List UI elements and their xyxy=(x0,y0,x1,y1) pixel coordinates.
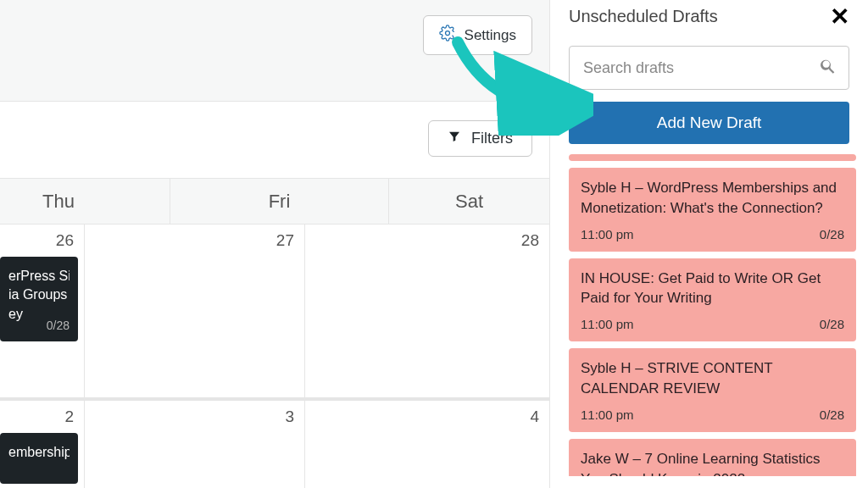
draft-date: 0/28 xyxy=(820,227,844,241)
draft-title: Syble H – WordPress Memberships and Mone… xyxy=(581,178,844,219)
settings-label: Settings xyxy=(465,27,516,44)
draft-date: 0/28 xyxy=(820,317,844,331)
svg-point-0 xyxy=(445,31,449,36)
cell-date: 27 xyxy=(276,231,294,250)
event-date: 0/28 xyxy=(47,318,70,335)
gear-icon xyxy=(439,25,456,46)
draft-footer: 11:00 pm 0/28 xyxy=(581,408,844,422)
draft-title: Jake W – 7 Online Learning Statistics Yo… xyxy=(581,449,844,476)
draft-footer: 11:00 pm 0/28 xyxy=(581,317,844,331)
drafts-list[interactable]: Syble H – WordPress Memberships and Mone… xyxy=(550,154,868,476)
filter-icon xyxy=(448,130,461,147)
event-card[interactable]: erPress Site ia Groups ey 0/28 xyxy=(0,257,78,341)
calendar-cell[interactable]: 27 xyxy=(85,225,305,397)
search-input[interactable] xyxy=(569,46,849,90)
draft-time: 11:00 pm xyxy=(581,317,634,331)
drafts-sidebar: Unscheduled Drafts ✕ Add New Draft Syble… xyxy=(549,0,868,488)
day-header-thu: Thu xyxy=(0,179,170,224)
event-line: ia Groups xyxy=(8,286,70,304)
settings-button[interactable]: Settings xyxy=(423,15,532,55)
calendar-cell[interactable]: 28 xyxy=(305,225,549,397)
filters-button[interactable]: Filters xyxy=(428,120,532,157)
top-toolbar: Settings xyxy=(0,0,549,102)
draft-card[interactable]: Jake W – 7 Online Learning Statistics Yo… xyxy=(569,439,856,476)
draft-time: 11:00 pm xyxy=(581,408,634,422)
event-card[interactable]: embership xyxy=(0,433,78,484)
add-draft-label: Add New Draft xyxy=(657,114,762,131)
event-line: embership xyxy=(8,443,70,462)
calendar-cell[interactable]: 2 embership xyxy=(0,401,85,488)
day-header-sat: Sat xyxy=(388,179,549,224)
calendar-cell[interactable]: 26 erPress Site ia Groups ey 0/28 xyxy=(0,225,85,397)
cell-date: 26 xyxy=(56,231,74,250)
draft-card-peek[interactable] xyxy=(569,154,856,161)
event-line: erPress Site xyxy=(8,267,70,286)
filters-label: Filters xyxy=(471,130,513,147)
calendar-cell[interactable]: 3 xyxy=(85,401,305,488)
filters-toolbar: Filters xyxy=(0,102,549,178)
calendar-body: 26 erPress Site ia Groups ey 0/28 27 28 … xyxy=(0,225,549,488)
cell-date: 3 xyxy=(285,408,294,426)
draft-card[interactable]: Syble H – STRIVE CONTENT CALENDAR REVIEW… xyxy=(569,348,856,432)
search-icon[interactable] xyxy=(819,57,837,79)
cell-date: 4 xyxy=(530,408,539,426)
draft-title: IN HOUSE: Get Paid to Write OR Get Paid … xyxy=(581,269,844,309)
calendar-row: 26 erPress Site ia Groups ey 0/28 27 28 xyxy=(0,225,549,398)
calendar-cell[interactable]: 4 xyxy=(305,401,549,488)
calendar-row: 2 embership 3 4 xyxy=(0,398,549,488)
cell-date: 28 xyxy=(521,231,539,250)
cell-date: 2 xyxy=(64,408,74,426)
add-new-draft-button[interactable]: Add New Draft xyxy=(569,102,849,144)
draft-time: 11:00 pm xyxy=(581,227,634,241)
sidebar-header: Unscheduled Drafts ✕ xyxy=(550,0,868,37)
draft-footer: 11:00 pm 0/28 xyxy=(581,227,844,241)
draft-card[interactable]: IN HOUSE: Get Paid to Write OR Get Paid … xyxy=(569,258,856,342)
draft-card[interactable]: Syble H – WordPress Memberships and Mone… xyxy=(569,168,856,252)
close-icon[interactable]: ✕ xyxy=(830,5,849,29)
search-wrap xyxy=(569,46,849,90)
draft-title: Syble H – STRIVE CONTENT CALENDAR REVIEW xyxy=(581,358,844,399)
sidebar-title: Unscheduled Drafts xyxy=(569,5,718,26)
day-header-fri: Fri xyxy=(170,179,388,224)
calendar-header: Thu Fri Sat xyxy=(0,178,549,225)
draft-date: 0/28 xyxy=(820,408,844,422)
